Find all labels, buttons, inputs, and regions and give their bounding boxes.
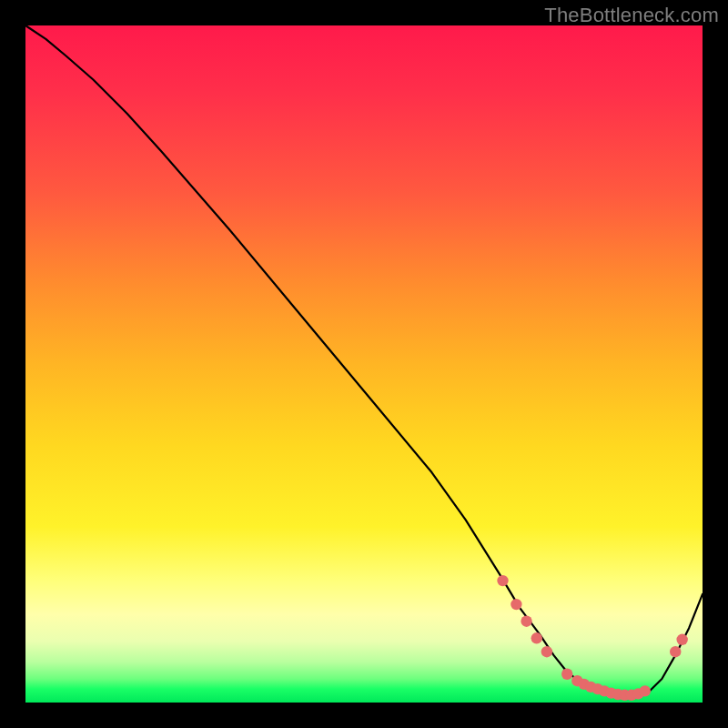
chart-stage: TheBottleneck.com [0, 0, 728, 728]
curve-marker [531, 632, 542, 643]
curve-marker [521, 616, 531, 627]
curve-marker [497, 575, 508, 586]
chart-svg [25, 25, 703, 703]
bottleneck-curve [25, 25, 703, 696]
curve-marker [676, 634, 687, 645]
curve-marker [511, 599, 521, 610]
curve-marker [670, 646, 681, 657]
curve-marker [541, 646, 552, 657]
curve-marker [561, 669, 572, 680]
chart-plot-area [25, 25, 703, 703]
curve-marker [640, 685, 651, 696]
watermark-text: TheBottleneck.com [544, 4, 719, 27]
